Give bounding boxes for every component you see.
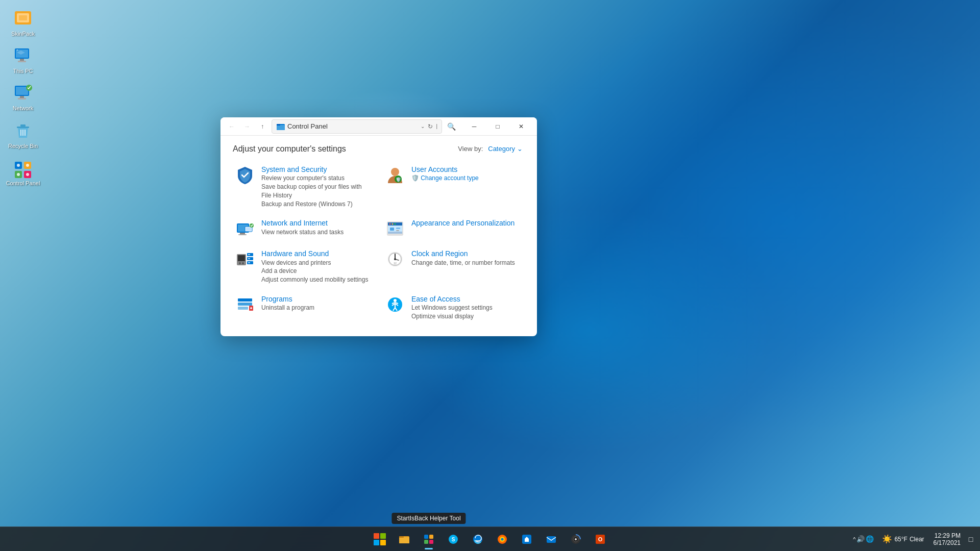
address-bar[interactable]: Control Panel ⌄ ↻ | — [272, 119, 442, 134]
taskbar-right: ^ 🔊 🌐 ☀️ 65°F Clear 12:29 PM 6/17/2021 □ — [851, 527, 980, 551]
address-folder-icon — [276, 122, 285, 131]
appearance-title[interactable]: Appearance and Personalization — [411, 219, 514, 227]
notification-button[interactable]: □ — [966, 528, 976, 550]
taskbar-office[interactable]: O — [589, 528, 611, 550]
titlebar-nav: ← → ↑ — [225, 119, 270, 134]
taskbar-tooltip: StartIsBack Helper Tool — [391, 513, 465, 524]
system-security-title[interactable]: System and Security — [261, 165, 327, 173]
category-ease-of-access[interactable]: Ease of Access Let Windows suggest setti… — [383, 291, 525, 324]
category-clock-region[interactable]: 12 Clock and Region Change date, time, o… — [383, 246, 525, 287]
svg-rect-48 — [396, 230, 399, 231]
taskbar-store[interactable] — [516, 528, 538, 550]
taskbar-skype[interactable]: S — [442, 528, 464, 550]
network-internet-icon — [235, 218, 255, 239]
tray-network-icon[interactable]: 🌐 — [866, 535, 874, 543]
ease-of-access-desc2[interactable]: Optimize visual display — [411, 312, 523, 321]
window-controls: ─ □ ✕ — [462, 117, 533, 136]
svg-rect-28 — [277, 124, 280, 126]
system-security-desc1[interactable]: Review your computer's status — [261, 174, 373, 183]
clock-region-title[interactable]: Clock and Region — [411, 249, 468, 258]
desktop-icon-skinpack[interactable]: SkinPack — [3, 5, 43, 40]
tray-volume-icon[interactable]: 🔊 — [856, 535, 865, 543]
taskbar-mail[interactable] — [540, 528, 562, 550]
nav-back-button[interactable]: ← — [225, 119, 239, 134]
category-appearance[interactable]: Appearance and Personalization — [383, 215, 525, 242]
svg-rect-46 — [390, 228, 394, 231]
control-panel-window: ← → ↑ Control Panel ⌄ ↻ | 🔍 ─ □ ✕ — [220, 117, 537, 336]
system-tray[interactable]: ^ 🔊 🌐 — [851, 527, 876, 551]
clock-date: 6/17/2021 — [934, 539, 961, 546]
network-internet-desc1[interactable]: View network status and tasks — [261, 228, 373, 237]
svg-rect-11 — [18, 98, 26, 99]
clock-region-desc1[interactable]: Change date, time, or number formats — [411, 259, 523, 267]
hardware-sound-text: Hardware and Sound View devices and prin… — [261, 249, 373, 284]
category-network-internet[interactable]: Network and Internet View network status… — [233, 215, 375, 242]
ease-of-access-title[interactable]: Ease of Access — [411, 295, 460, 303]
category-system-security[interactable]: System and Security Review your computer… — [233, 162, 375, 211]
ease-of-access-icon — [385, 294, 405, 315]
svg-rect-82 — [429, 535, 433, 539]
maximize-button[interactable]: □ — [486, 117, 509, 136]
taskbar-obs[interactable] — [565, 528, 587, 550]
clock-region-text: Clock and Region Change date, time, or n… — [411, 249, 523, 267]
svg-point-51 — [239, 262, 241, 264]
user-accounts-link1[interactable]: 🛡️ Change account type — [411, 174, 523, 183]
svg-point-29 — [391, 168, 399, 176]
tray-icons: ^ 🔊 🌐 — [853, 535, 874, 543]
svg-rect-13 — [17, 127, 29, 128]
desktop-icon-recycle-bin[interactable]: Recycle Bin — [3, 117, 43, 153]
svg-point-23 — [26, 164, 29, 167]
hardware-sound-desc2[interactable]: Add a device — [261, 267, 373, 276]
category-user-accounts[interactable]: 🛡️ User Accounts 🛡️ Change account type — [383, 162, 525, 211]
system-security-text: System and Security Review your computer… — [261, 165, 373, 208]
weather-icon: ☀️ — [882, 534, 892, 544]
skinpack-label: SkinPack — [11, 31, 35, 37]
system-security-desc3[interactable]: Backup and Restore (Windows 7) — [261, 200, 373, 209]
weather-widget[interactable]: ☀️ 65°F Clear — [878, 528, 928, 550]
ease-of-access-desc1[interactable]: Let Windows suggest settings — [411, 304, 523, 312]
taskbar-browser[interactable] — [491, 528, 513, 550]
hardware-sound-desc1[interactable]: View devices and printers — [261, 259, 373, 267]
recycle-bin-label: Recycle Bin — [8, 143, 38, 149]
close-button[interactable]: ✕ — [509, 117, 533, 136]
taskbar: StartIsBack Helper Tool S — [0, 527, 980, 551]
network-label: Network — [13, 105, 33, 112]
svg-point-25 — [26, 173, 29, 176]
desktop-icon-network[interactable]: Network — [3, 80, 43, 115]
svg-point-95 — [575, 538, 577, 540]
category-hardware-sound[interactable]: Hardware and Sound View devices and prin… — [233, 246, 375, 287]
svg-rect-47 — [396, 228, 400, 229]
clock[interactable]: 12:29 PM 6/17/2021 — [930, 531, 964, 547]
address-refresh-icon[interactable]: ↻ — [427, 122, 434, 131]
category-programs[interactable]: Programs Uninstall a program — [233, 291, 375, 324]
svg-rect-56 — [248, 254, 250, 255]
desktop-icon-this-pc[interactable]: This PC — [3, 42, 43, 78]
programs-desc1[interactable]: Uninstall a program — [261, 304, 373, 312]
svg-point-43 — [389, 223, 391, 225]
start-button[interactable] — [369, 528, 391, 550]
programs-title[interactable]: Programs — [261, 295, 292, 303]
programs-text: Programs Uninstall a program — [261, 294, 373, 312]
address-dropdown-icon[interactable]: | — [436, 123, 437, 129]
view-by-button[interactable]: Category ⌄ — [486, 144, 525, 154]
taskbar-edge[interactable] — [467, 528, 489, 550]
taskbar-file-explorer[interactable] — [393, 528, 415, 550]
search-button[interactable]: 🔍 — [444, 119, 458, 134]
appearance-icon — [385, 218, 405, 239]
desktop-icon-control-panel[interactable]: Control Panel — [3, 155, 43, 190]
desktop-icon-area: SkinPack This PC Netwo — [0, 0, 46, 195]
network-internet-title[interactable]: Network and Internet — [261, 219, 328, 227]
taskbar-control-panel[interactable]: StartIsBack Helper Tool — [418, 528, 440, 550]
svg-point-52 — [242, 262, 244, 264]
hardware-sound-title[interactable]: Hardware and Sound — [261, 249, 329, 258]
nav-up-button[interactable]: ↑ — [255, 119, 270, 134]
window-header: Adjust your computer's settings View by:… — [233, 144, 525, 154]
hardware-sound-desc3[interactable]: Adjust commonly used mobility settings — [261, 276, 373, 284]
user-accounts-title[interactable]: User Accounts — [411, 165, 457, 173]
appearance-text: Appearance and Personalization — [411, 218, 523, 228]
nav-forward-button[interactable]: → — [240, 119, 254, 134]
minimize-button[interactable]: ─ — [462, 117, 486, 136]
svg-rect-84 — [429, 540, 433, 544]
user-accounts-text: User Accounts 🛡️ Change account type — [411, 165, 523, 183]
system-security-desc2[interactable]: Save backup copies of your files with Fi… — [261, 183, 373, 200]
